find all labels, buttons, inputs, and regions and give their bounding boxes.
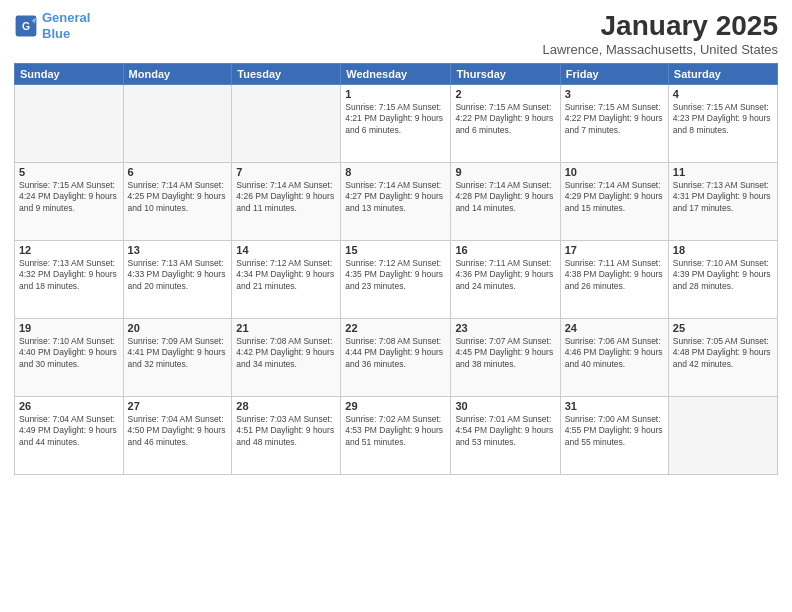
calendar-day: 16Sunrise: 7:11 AM Sunset: 4:36 PM Dayli… xyxy=(451,241,560,319)
logo-icon: G xyxy=(14,14,38,38)
calendar-day: 31Sunrise: 7:00 AM Sunset: 4:55 PM Dayli… xyxy=(560,397,668,475)
day-info: Sunrise: 7:14 AM Sunset: 4:27 PM Dayligh… xyxy=(345,180,446,214)
weekday-header-tuesday: Tuesday xyxy=(232,64,341,85)
calendar-day: 14Sunrise: 7:12 AM Sunset: 4:34 PM Dayli… xyxy=(232,241,341,319)
calendar-day: 13Sunrise: 7:13 AM Sunset: 4:33 PM Dayli… xyxy=(123,241,232,319)
page: G General Blue January 2025 Lawrence, Ma… xyxy=(0,0,792,612)
calendar-day: 1Sunrise: 7:15 AM Sunset: 4:21 PM Daylig… xyxy=(341,85,451,163)
day-number: 1 xyxy=(345,88,446,100)
day-info: Sunrise: 7:02 AM Sunset: 4:53 PM Dayligh… xyxy=(345,414,446,448)
day-info: Sunrise: 7:11 AM Sunset: 4:38 PM Dayligh… xyxy=(565,258,664,292)
day-info: Sunrise: 7:06 AM Sunset: 4:46 PM Dayligh… xyxy=(565,336,664,370)
day-number: 20 xyxy=(128,322,228,334)
day-number: 18 xyxy=(673,244,773,256)
calendar-day: 5Sunrise: 7:15 AM Sunset: 4:24 PM Daylig… xyxy=(15,163,124,241)
day-number: 4 xyxy=(673,88,773,100)
calendar-day xyxy=(123,85,232,163)
day-number: 29 xyxy=(345,400,446,412)
calendar-day: 26Sunrise: 7:04 AM Sunset: 4:49 PM Dayli… xyxy=(15,397,124,475)
day-number: 8 xyxy=(345,166,446,178)
day-info: Sunrise: 7:13 AM Sunset: 4:32 PM Dayligh… xyxy=(19,258,119,292)
day-number: 13 xyxy=(128,244,228,256)
day-number: 26 xyxy=(19,400,119,412)
day-info: Sunrise: 7:12 AM Sunset: 4:34 PM Dayligh… xyxy=(236,258,336,292)
day-number: 7 xyxy=(236,166,336,178)
calendar-day: 30Sunrise: 7:01 AM Sunset: 4:54 PM Dayli… xyxy=(451,397,560,475)
day-number: 12 xyxy=(19,244,119,256)
calendar-day: 11Sunrise: 7:13 AM Sunset: 4:31 PM Dayli… xyxy=(668,163,777,241)
weekday-header-monday: Monday xyxy=(123,64,232,85)
day-number: 17 xyxy=(565,244,664,256)
day-info: Sunrise: 7:12 AM Sunset: 4:35 PM Dayligh… xyxy=(345,258,446,292)
day-number: 21 xyxy=(236,322,336,334)
weekday-header-thursday: Thursday xyxy=(451,64,560,85)
day-number: 25 xyxy=(673,322,773,334)
day-info: Sunrise: 7:13 AM Sunset: 4:31 PM Dayligh… xyxy=(673,180,773,214)
calendar-week-2: 5Sunrise: 7:15 AM Sunset: 4:24 PM Daylig… xyxy=(15,163,778,241)
day-number: 24 xyxy=(565,322,664,334)
day-info: Sunrise: 7:15 AM Sunset: 4:24 PM Dayligh… xyxy=(19,180,119,214)
calendar-day xyxy=(232,85,341,163)
day-info: Sunrise: 7:11 AM Sunset: 4:36 PM Dayligh… xyxy=(455,258,555,292)
weekday-header-saturday: Saturday xyxy=(668,64,777,85)
day-info: Sunrise: 7:14 AM Sunset: 4:29 PM Dayligh… xyxy=(565,180,664,214)
day-number: 2 xyxy=(455,88,555,100)
logo-line1: General xyxy=(42,10,90,25)
day-number: 27 xyxy=(128,400,228,412)
calendar-day: 23Sunrise: 7:07 AM Sunset: 4:45 PM Dayli… xyxy=(451,319,560,397)
day-number: 30 xyxy=(455,400,555,412)
day-number: 9 xyxy=(455,166,555,178)
day-info: Sunrise: 7:09 AM Sunset: 4:41 PM Dayligh… xyxy=(128,336,228,370)
day-info: Sunrise: 7:00 AM Sunset: 4:55 PM Dayligh… xyxy=(565,414,664,448)
day-number: 10 xyxy=(565,166,664,178)
logo: G General Blue xyxy=(14,10,90,41)
calendar-day xyxy=(15,85,124,163)
day-info: Sunrise: 7:15 AM Sunset: 4:22 PM Dayligh… xyxy=(565,102,664,136)
calendar-day: 3Sunrise: 7:15 AM Sunset: 4:22 PM Daylig… xyxy=(560,85,668,163)
weekday-header-row: SundayMondayTuesdayWednesdayThursdayFrid… xyxy=(15,64,778,85)
day-number: 28 xyxy=(236,400,336,412)
calendar-week-1: 1Sunrise: 7:15 AM Sunset: 4:21 PM Daylig… xyxy=(15,85,778,163)
header: G General Blue January 2025 Lawrence, Ma… xyxy=(14,10,778,57)
day-number: 6 xyxy=(128,166,228,178)
month-title: January 2025 xyxy=(542,10,778,42)
calendar-day: 9Sunrise: 7:14 AM Sunset: 4:28 PM Daylig… xyxy=(451,163,560,241)
day-info: Sunrise: 7:14 AM Sunset: 4:28 PM Dayligh… xyxy=(455,180,555,214)
day-number: 11 xyxy=(673,166,773,178)
weekday-header-friday: Friday xyxy=(560,64,668,85)
calendar-day: 27Sunrise: 7:04 AM Sunset: 4:50 PM Dayli… xyxy=(123,397,232,475)
calendar-day: 21Sunrise: 7:08 AM Sunset: 4:42 PM Dayli… xyxy=(232,319,341,397)
calendar-day: 17Sunrise: 7:11 AM Sunset: 4:38 PM Dayli… xyxy=(560,241,668,319)
calendar-day: 4Sunrise: 7:15 AM Sunset: 4:23 PM Daylig… xyxy=(668,85,777,163)
calendar: SundayMondayTuesdayWednesdayThursdayFrid… xyxy=(14,63,778,475)
calendar-day: 28Sunrise: 7:03 AM Sunset: 4:51 PM Dayli… xyxy=(232,397,341,475)
calendar-week-4: 19Sunrise: 7:10 AM Sunset: 4:40 PM Dayli… xyxy=(15,319,778,397)
calendar-day: 18Sunrise: 7:10 AM Sunset: 4:39 PM Dayli… xyxy=(668,241,777,319)
calendar-header: SundayMondayTuesdayWednesdayThursdayFrid… xyxy=(15,64,778,85)
title-block: January 2025 Lawrence, Massachusetts, Un… xyxy=(542,10,778,57)
day-number: 14 xyxy=(236,244,336,256)
calendar-day: 19Sunrise: 7:10 AM Sunset: 4:40 PM Dayli… xyxy=(15,319,124,397)
day-number: 22 xyxy=(345,322,446,334)
day-info: Sunrise: 7:04 AM Sunset: 4:50 PM Dayligh… xyxy=(128,414,228,448)
calendar-day: 10Sunrise: 7:14 AM Sunset: 4:29 PM Dayli… xyxy=(560,163,668,241)
weekday-header-sunday: Sunday xyxy=(15,64,124,85)
day-info: Sunrise: 7:05 AM Sunset: 4:48 PM Dayligh… xyxy=(673,336,773,370)
calendar-day: 15Sunrise: 7:12 AM Sunset: 4:35 PM Dayli… xyxy=(341,241,451,319)
calendar-day: 20Sunrise: 7:09 AM Sunset: 4:41 PM Dayli… xyxy=(123,319,232,397)
day-info: Sunrise: 7:15 AM Sunset: 4:23 PM Dayligh… xyxy=(673,102,773,136)
calendar-day: 24Sunrise: 7:06 AM Sunset: 4:46 PM Dayli… xyxy=(560,319,668,397)
day-number: 5 xyxy=(19,166,119,178)
day-info: Sunrise: 7:14 AM Sunset: 4:25 PM Dayligh… xyxy=(128,180,228,214)
location: Lawrence, Massachusetts, United States xyxy=(542,42,778,57)
calendar-day: 25Sunrise: 7:05 AM Sunset: 4:48 PM Dayli… xyxy=(668,319,777,397)
calendar-week-3: 12Sunrise: 7:13 AM Sunset: 4:32 PM Dayli… xyxy=(15,241,778,319)
day-number: 31 xyxy=(565,400,664,412)
day-info: Sunrise: 7:15 AM Sunset: 4:21 PM Dayligh… xyxy=(345,102,446,136)
calendar-day: 29Sunrise: 7:02 AM Sunset: 4:53 PM Dayli… xyxy=(341,397,451,475)
calendar-body: 1Sunrise: 7:15 AM Sunset: 4:21 PM Daylig… xyxy=(15,85,778,475)
day-info: Sunrise: 7:10 AM Sunset: 4:39 PM Dayligh… xyxy=(673,258,773,292)
calendar-week-5: 26Sunrise: 7:04 AM Sunset: 4:49 PM Dayli… xyxy=(15,397,778,475)
day-info: Sunrise: 7:10 AM Sunset: 4:40 PM Dayligh… xyxy=(19,336,119,370)
day-number: 23 xyxy=(455,322,555,334)
